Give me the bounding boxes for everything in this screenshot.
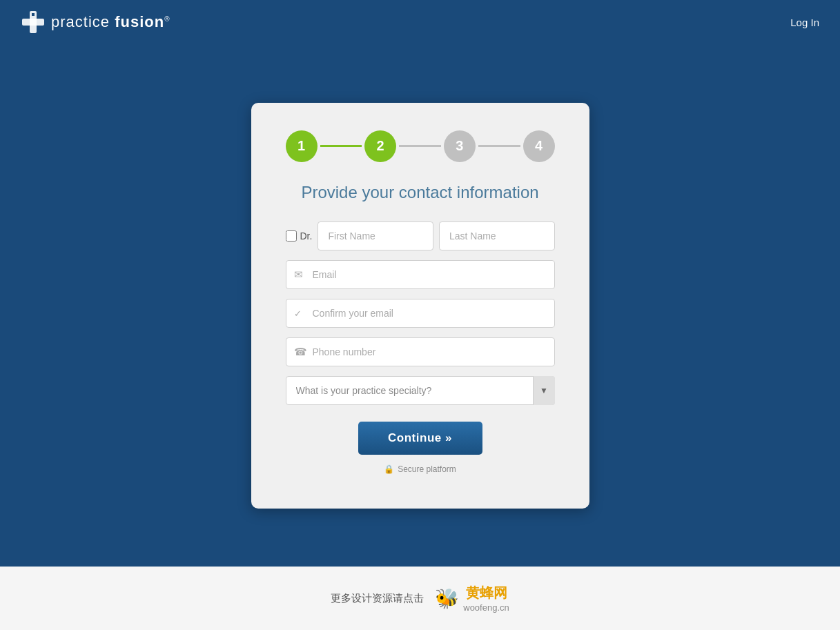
footer-text: 更多设计资源请点击 <box>331 592 424 605</box>
specialty-group: What is your practice specialty? ▼ <box>286 376 555 405</box>
step-4: 4 <box>523 130 555 162</box>
secure-platform: 🔒 Secure platform <box>286 464 555 474</box>
dr-checkbox-group: Dr. <box>286 230 313 242</box>
main-content: 1 2 3 4 Provide your contact information… <box>0 44 840 567</box>
footer-brand: 🐝 黄蜂网 woofeng.cn <box>435 584 509 613</box>
svg-rect-2 <box>32 13 35 16</box>
step-2: 2 <box>364 130 396 162</box>
svg-rect-1 <box>22 19 44 26</box>
last-name-input[interactable] <box>439 222 555 250</box>
phone-group: ☎ <box>286 337 555 366</box>
continue-button[interactable]: Continue » <box>358 422 482 455</box>
logo-text: practice fusion® <box>51 13 170 31</box>
footer-brand-info: 黄蜂网 woofeng.cn <box>463 584 509 613</box>
secure-label: Secure platform <box>398 464 456 474</box>
step-1: 1 <box>286 130 318 162</box>
bee-icon: 🐝 <box>435 587 459 610</box>
step-line-3 <box>478 145 520 147</box>
name-row: Dr. <box>286 222 555 250</box>
specialty-select[interactable]: What is your practice specialty? <box>286 376 555 405</box>
footer-brand-url: woofeng.cn <box>463 602 509 613</box>
first-name-input[interactable] <box>318 222 433 250</box>
confirm-email-group: ✓ <box>286 299 555 328</box>
dr-label[interactable]: Dr. <box>300 230 313 242</box>
dr-checkbox[interactable] <box>286 230 297 242</box>
lock-icon: 🔒 <box>384 464 394 474</box>
header: practice fusion® Log In <box>0 0 840 44</box>
login-link[interactable]: Log In <box>790 17 819 28</box>
logo-area: practice fusion® <box>21 10 170 35</box>
confirm-email-input[interactable] <box>286 299 555 328</box>
stepper: 1 2 3 4 <box>286 130 555 162</box>
registration-card: 1 2 3 4 Provide your contact information… <box>251 103 589 509</box>
step-line-1 <box>320 145 362 147</box>
phone-input[interactable] <box>286 337 555 366</box>
phone-icon: ☎ <box>294 346 307 358</box>
email-input[interactable] <box>286 260 555 289</box>
email-icon: ✉ <box>294 268 303 281</box>
step-line-2 <box>399 145 441 147</box>
logo-icon <box>21 10 46 35</box>
form-title: Provide your contact information <box>286 183 555 202</box>
footer: 更多设计资源请点击 🐝 黄蜂网 woofeng.cn <box>0 567 840 630</box>
step-3: 3 <box>444 130 476 162</box>
footer-brand-name: 黄蜂网 <box>463 584 509 602</box>
confirm-email-icon: ✓ <box>294 308 302 318</box>
email-group: ✉ <box>286 260 555 289</box>
